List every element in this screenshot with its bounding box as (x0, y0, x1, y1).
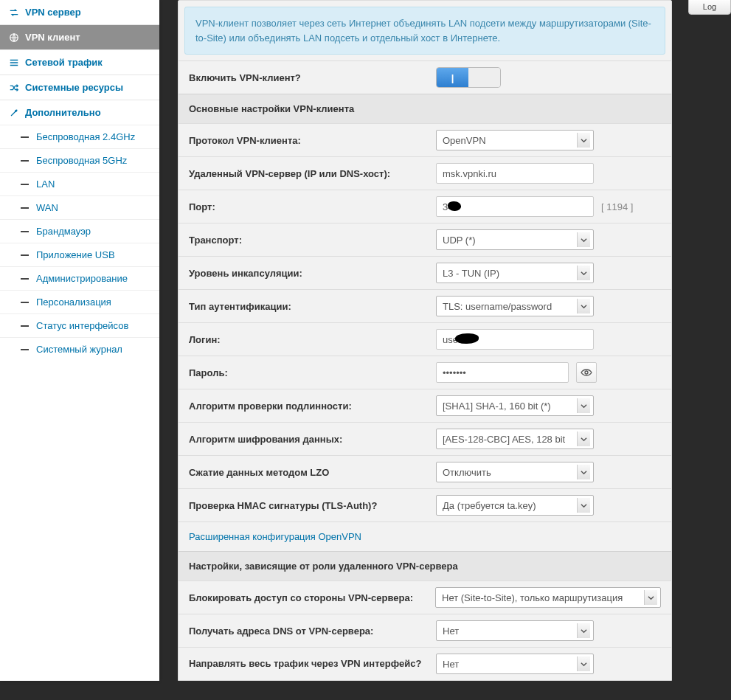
sidebar-sub-admin[interactable]: Администрирование (0, 266, 159, 290)
port-hint: [ 1194 ] (601, 201, 633, 212)
sidebar-sub-syslog[interactable]: Системный журнал (0, 337, 159, 361)
sidebar-item-advanced[interactable]: Дополнительно (0, 100, 159, 125)
svg-point-1 (585, 371, 588, 374)
row-transport: Транспорт: UDP (*) (179, 223, 671, 256)
sidebar-sub-wan[interactable]: WAN (0, 195, 159, 219)
tlsauth-select[interactable]: Да (требуется ta.key) (436, 495, 594, 516)
dash-icon (21, 160, 29, 162)
section-role: Настройки, зависящие от роли удаленного … (179, 551, 671, 581)
row-redirect: Направлять весь трафик через VPN интерфе… (179, 647, 671, 680)
row-encap: Уровень инкапсуляции: L3 - TUN (IP) (179, 256, 671, 289)
dash-icon (21, 207, 29, 209)
section-basic: Основные настройки VPN-клиента (179, 94, 671, 123)
dash-icon (21, 278, 29, 280)
row-password: Пароль: (179, 356, 671, 389)
row-login: Логин: (179, 322, 671, 356)
chevron-down-icon (577, 398, 590, 413)
encap-select[interactable]: L3 - TUN (IP) (436, 263, 594, 283)
sidebar-sub-lan[interactable]: LAN (0, 172, 159, 195)
chevron-down-icon (577, 232, 590, 247)
toggle-on: | (437, 68, 468, 87)
row-dns: Получать адреса DNS от VPN-сервера: Нет (179, 614, 671, 647)
redirect-select[interactable]: Нет (436, 654, 594, 674)
toggle-off (468, 68, 500, 87)
chevron-down-icon (644, 590, 657, 605)
label-enable: Включить VPN-клиент? (189, 72, 436, 83)
sidebar-sub-personalization[interactable]: Персонализация (0, 290, 159, 313)
sidebar-item-resources[interactable]: Системные ресурсы (0, 74, 159, 100)
dash-icon (21, 254, 29, 256)
sidebar-item-vpn-server[interactable]: VPN сервер (0, 0, 159, 24)
chevron-down-icon (577, 432, 590, 446)
dash-icon (21, 302, 29, 303)
auth-select[interactable]: TLS: username/password (436, 296, 594, 316)
row-server: Удаленный VPN-сервер (IP или DNS-хост): (179, 156, 671, 190)
row-protocol: Протокол VPN-клиента: OpenVPN (179, 123, 671, 156)
chevron-down-icon (577, 656, 590, 671)
dns-select[interactable]: Нет (436, 620, 594, 641)
server-input[interactable] (436, 163, 594, 184)
protocol-select[interactable]: OpenVPN (436, 130, 594, 150)
row-cipher: Алгоритм шифрования данных: [AES-128-CBC… (179, 422, 671, 455)
sidebar-label: Сетевой трафик (25, 57, 103, 68)
sidebar-label: Системные ресурсы (25, 82, 123, 93)
chevron-down-icon (577, 498, 590, 513)
chevron-down-icon (577, 266, 590, 280)
bars-icon (9, 58, 19, 68)
dash-icon (21, 349, 29, 350)
row-auth: Тип аутентификации: TLS: username/passwo… (179, 289, 671, 322)
sidebar-item-vpn-client[interactable]: VPN клиент (0, 24, 159, 49)
digest-select[interactable]: [SHA1] SHA-1, 160 bit (*) (436, 395, 594, 416)
row-tlsauth: Проверка HMAC сигнатуры (TLS-Auth)? Да (… (179, 488, 671, 521)
wrench-icon (9, 108, 19, 118)
row-port: Порт: [ 1194 ] (179, 190, 671, 223)
dash-icon (21, 136, 29, 138)
random-icon (9, 83, 19, 93)
row-block: Блокировать доступ со стороны VPN-сервер… (179, 581, 671, 614)
dash-icon (21, 325, 29, 327)
sidebar: VPN сервер VPN клиент Сетевой трафик Сис… (0, 0, 159, 681)
sidebar-sub-usb[interactable]: Приложение USB (0, 243, 159, 266)
globe-icon (9, 32, 19, 43)
sidebar-label: Дополнительно (25, 107, 101, 118)
eye-icon (581, 367, 592, 378)
sidebar-sub-firewall[interactable]: Брандмауэр (0, 219, 159, 243)
block-select[interactable]: Нет (Site-to-Site), только маршрутизация (435, 587, 661, 608)
cipher-select[interactable]: [AES-128-CBC] AES, 128 bit (436, 429, 594, 449)
row-digest: Алгоритм проверки подлинности: [SHA1] SH… (179, 389, 671, 422)
password-input[interactable] (436, 362, 569, 383)
chevron-down-icon (577, 299, 590, 313)
chevron-down-icon (577, 623, 590, 638)
chevron-down-icon (577, 465, 590, 479)
sidebar-label: VPN сервер (25, 7, 81, 18)
reveal-password-button[interactable] (576, 362, 597, 383)
settings-panel: VPN-клиент позволяет через сеть Интернет… (178, 0, 672, 681)
row-enable: Включить VPN-клиент? | (179, 60, 671, 94)
sidebar-item-traffic[interactable]: Сетевой трафик (0, 49, 159, 74)
sidebar-sub-ifstatus[interactable]: Статус интерфейсов (0, 313, 159, 337)
row-advanced-link: Расширенная конфигурация OpenVPN (179, 521, 671, 551)
row-lzo: Сжатие данных методом LZO Отключить (179, 455, 671, 488)
redacted-login (455, 333, 479, 344)
sidebar-sub-wireless5[interactable]: Беспроводная 5GHz (0, 148, 159, 172)
dash-icon (21, 184, 29, 185)
dash-icon (21, 231, 29, 232)
log-tab[interactable]: Log (688, 0, 731, 15)
loop-icon (9, 7, 19, 18)
enable-toggle[interactable]: | (436, 67, 501, 88)
chevron-down-icon (577, 133, 590, 148)
lzo-select[interactable]: Отключить (436, 462, 594, 482)
redacted-port (448, 201, 461, 211)
sidebar-sub-wireless24[interactable]: Беспроводная 2.4GHz (0, 125, 159, 148)
advanced-openvpn-link[interactable]: Расширенная конфигурация OpenVPN (189, 531, 361, 542)
transport-select[interactable]: UDP (*) (436, 229, 594, 250)
info-box: VPN-клиент позволяет через сеть Интернет… (184, 7, 665, 55)
sidebar-label: VPN клиент (25, 32, 80, 43)
